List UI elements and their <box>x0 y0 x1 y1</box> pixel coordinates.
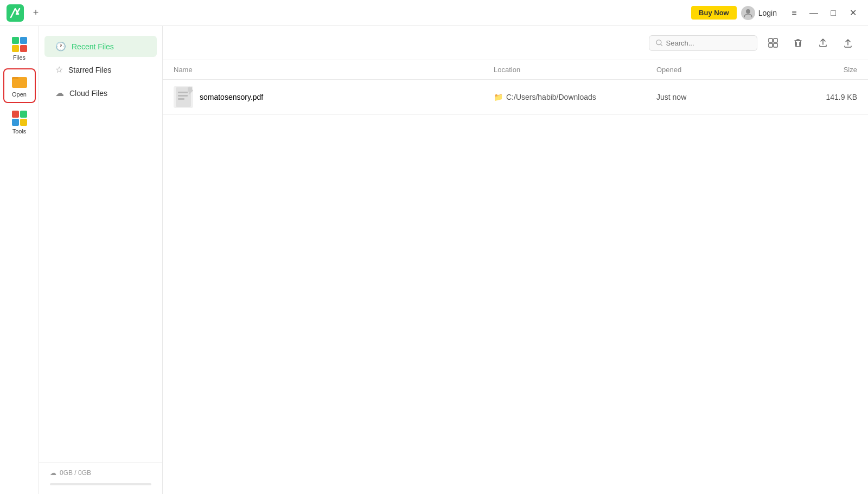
search-icon <box>656 39 663 47</box>
svg-rect-8 <box>774 39 777 42</box>
location-cell: 📁 C:/Users/habib/Downloads <box>494 93 656 101</box>
files-icon <box>12 37 27 52</box>
file-location: C:/Users/habib/Downloads <box>506 93 596 101</box>
col-location: Location <box>494 66 656 74</box>
minimize-button[interactable]: — <box>805 4 822 22</box>
table-header: Name Location Opened Size <box>163 60 868 80</box>
svg-rect-15 <box>188 87 192 92</box>
svg-rect-14 <box>178 98 184 100</box>
folder-icon: 📁 <box>494 93 503 101</box>
nav-item-recent[interactable]: 🕐 Recent Files <box>44 36 157 57</box>
app-logo <box>7 4 24 22</box>
recent-icon: 🕐 <box>55 41 66 52</box>
svg-rect-11 <box>176 87 191 107</box>
svg-point-1 <box>746 9 750 14</box>
svg-rect-0 <box>7 4 24 22</box>
nav-sidebar: 🕐 Recent Files ☆ Starred Files ☁ Cloud F… <box>39 26 163 494</box>
title-bar-left: + <box>7 4 42 22</box>
pdf-icon <box>174 86 193 108</box>
sidebar-item-tools[interactable]: Tools <box>3 105 36 140</box>
sidebar-item-files[interactable]: Files <box>3 31 36 66</box>
svg-rect-9 <box>769 43 773 47</box>
sidebar-item-open[interactable]: Open <box>3 68 36 103</box>
icon-sidebar: Files Open Tools <box>0 26 39 494</box>
add-tab-button[interactable]: + <box>29 7 42 20</box>
tools-icon <box>12 111 27 126</box>
title-bar: + Buy Now Login ≡ — □ ✕ <box>0 0 868 26</box>
svg-rect-4 <box>12 79 27 88</box>
window-controls: ≡ — □ ✕ <box>786 4 861 22</box>
maximize-button[interactable]: □ <box>825 4 842 22</box>
file-size: 141.9 KB <box>776 93 857 101</box>
cloud-icon: ☁ <box>55 88 64 98</box>
avatar <box>741 6 755 20</box>
title-bar-right: Buy Now Login ≡ — □ ✕ <box>691 4 861 22</box>
files-label: Files <box>13 54 25 61</box>
file-table: Name Location Opened Size <box>163 60 868 494</box>
col-size: Size <box>776 66 857 74</box>
nav-starred-label: Starred Files <box>68 66 111 74</box>
search-input[interactable] <box>666 39 750 47</box>
nav-cloud-label: Cloud Files <box>69 89 107 98</box>
storage-info: ☁ 0GB / 0GB <box>39 462 162 483</box>
nav-item-cloud[interactable]: ☁ Cloud Files <box>44 82 157 104</box>
col-opened: Opened <box>656 66 776 74</box>
delete-button[interactable] <box>789 34 807 52</box>
upload-button[interactable] <box>839 34 857 52</box>
export-icon <box>818 37 828 48</box>
svg-rect-10 <box>774 43 777 47</box>
buy-now-button[interactable]: Buy Now <box>691 6 737 20</box>
menu-button[interactable]: ≡ <box>786 4 803 22</box>
svg-line-6 <box>661 44 662 46</box>
table-row[interactable]: somatosensory.pdf 📁 C:/Users/habib/Downl… <box>163 80 868 115</box>
svg-rect-12 <box>178 92 188 93</box>
nav-recent-label: Recent Files <box>72 42 114 51</box>
login-label: Login <box>758 9 777 17</box>
tools-label: Tools <box>12 128 27 134</box>
trash-icon <box>793 37 803 48</box>
content-toolbar <box>163 26 868 60</box>
starred-icon: ☆ <box>55 65 63 75</box>
col-name: Name <box>174 66 494 74</box>
upload-icon <box>843 37 853 48</box>
main-layout: Files Open Tools <box>0 26 868 494</box>
storage-cloud-icon: ☁ <box>50 469 56 477</box>
login-button[interactable]: Login <box>741 6 777 20</box>
file-name-cell: somatosensory.pdf <box>174 86 494 108</box>
open-icon <box>12 74 27 89</box>
svg-rect-13 <box>178 95 188 97</box>
storage-label: 0GB / 0GB <box>60 469 91 477</box>
nav-item-starred[interactable]: ☆ Starred Files <box>44 59 157 80</box>
svg-rect-7 <box>769 39 773 42</box>
export-button[interactable] <box>814 34 832 52</box>
storage-bar <box>50 483 151 485</box>
search-box[interactable] <box>649 35 757 51</box>
view-toggle-button[interactable] <box>764 34 782 52</box>
file-opened: Just now <box>656 93 776 101</box>
view-icon <box>768 37 778 48</box>
file-name: somatosensory.pdf <box>200 93 263 101</box>
content-area: Name Location Opened Size <box>163 26 868 494</box>
close-button[interactable]: ✕ <box>844 4 861 22</box>
open-label: Open <box>12 91 27 98</box>
